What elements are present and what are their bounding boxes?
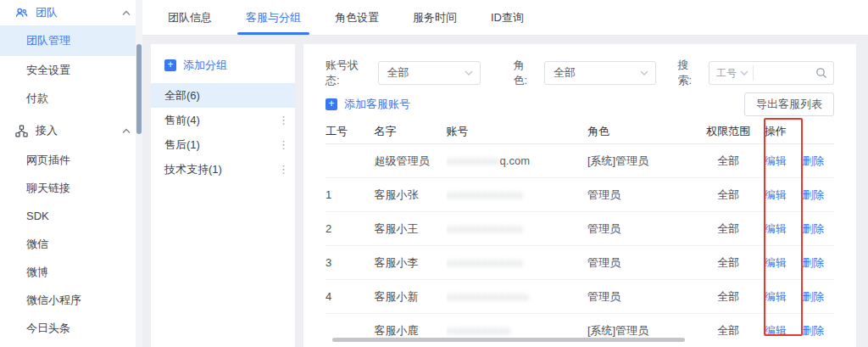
account-status-select[interactable]: 全部 — [378, 61, 481, 85]
cell-name: 客服小王 — [374, 221, 446, 237]
delete-link[interactable]: 删除 — [802, 188, 824, 201]
cell-role: 管理员 — [587, 221, 704, 237]
sidebar-item-label: 网页插件 — [26, 153, 70, 168]
tab[interactable]: ID查询 — [482, 0, 532, 35]
cell-name: 超级管理员 — [374, 154, 446, 169]
cell-name: 客服小鹿 — [374, 323, 446, 339]
sidebar-item[interactable]: 今日头条 — [0, 314, 142, 342]
add-account-label: 添加客服账号 — [344, 97, 410, 112]
cell-account: xxxxxxxxxxx — [447, 324, 587, 337]
account-tail-text: q.com — [500, 154, 530, 167]
search-icon[interactable] — [815, 67, 827, 79]
cell-agent-id: 4 — [326, 290, 374, 303]
sidebar-item-label: 安全设置 — [26, 63, 70, 78]
group-item-label: 售后(1) — [164, 137, 278, 153]
tab-label: ID查询 — [491, 10, 524, 25]
sidebar-item-label: 微博 — [26, 265, 48, 280]
sidebar-section-integrations[interactable]: 接入 — [0, 115, 142, 146]
sidebar-item[interactable]: 安全设置 — [0, 56, 142, 84]
cell-role: [系统]管理员 — [587, 323, 704, 339]
delete-link[interactable]: 删除 — [802, 324, 824, 337]
toolbar-row: 添加客服账号 导出客服列表 — [326, 92, 834, 116]
delete-link[interactable]: 删除 — [802, 154, 824, 167]
export-list-button[interactable]: 导出客服列表 — [744, 92, 834, 116]
chevron-up-icon[interactable] — [122, 10, 131, 16]
delete-link[interactable]: 删除 — [802, 222, 824, 235]
cell-scope: 全部 — [703, 154, 758, 169]
search-box: 工号 — [709, 61, 834, 85]
header-scope: 权限范围 — [703, 124, 758, 139]
edit-link[interactable]: 编辑 — [765, 256, 787, 269]
header-agent-id: 工号 — [326, 124, 374, 139]
delete-link[interactable]: 删除 — [802, 290, 824, 303]
group-item-label: 全部(6) — [164, 88, 278, 104]
sidebar-item[interactable]: 付款 — [0, 84, 142, 112]
sidebar-item[interactable]: 团队管理 — [0, 25, 142, 56]
sidebar-section-team[interactable]: 团队 — [0, 0, 142, 25]
cell-agent-id: 2 — [326, 222, 374, 235]
sidebar-item[interactable]: 聊天链接 — [0, 174, 142, 202]
group-item[interactable]: 售前(4) — [151, 108, 295, 132]
chevron-up-icon[interactable] — [122, 128, 131, 134]
sidebar-item[interactable]: 网页插件 — [0, 146, 142, 174]
edit-link[interactable]: 编辑 — [765, 290, 787, 303]
cell-scope: 全部 — [703, 289, 758, 305]
group-item[interactable]: 售后(1) — [151, 132, 295, 157]
kebab-menu-icon[interactable] — [278, 163, 287, 176]
main-panel: 账号状态: 全部 角色: 全部 搜索: 工号 — [303, 44, 856, 347]
plus-icon — [326, 98, 337, 110]
horizontal-scrollbar-thumb[interactable] — [332, 338, 685, 342]
cell-role: 管理员 — [587, 289, 704, 305]
edit-link[interactable]: 编辑 — [765, 222, 787, 235]
header-account: 账号 — [447, 124, 587, 139]
add-group-button[interactable]: 添加分组 — [151, 56, 295, 75]
table-row: 4 客服小新 xxxxxxxxxxxxxx 管理员 全部 编辑 删除 — [326, 280, 834, 314]
sidebar-item-label: 微信小程序 — [26, 293, 81, 308]
header-role: 角色 — [587, 124, 704, 139]
sidebar-item-label: 聊天链接 — [26, 181, 70, 196]
table-row: 客服小鹿 xxxxxxxxxxx [系统]管理员 全部 编辑 删除 — [326, 314, 834, 347]
filter-row: 账号状态: 全部 角色: 全部 搜索: 工号 — [326, 61, 834, 85]
group-item-label: 技术支持(1) — [164, 162, 278, 177]
sidebar-item[interactable]: 微信小程序 — [0, 286, 142, 314]
cell-account: xxxxxxxxxxxxx — [447, 222, 587, 235]
cell-role: 管理员 — [587, 255, 704, 271]
role-select[interactable]: 全部 — [544, 61, 656, 85]
sidebar: 团队 团队管理 安全设置 付款 接入 网页插件 — [0, 0, 142, 347]
kebab-menu-icon[interactable] — [278, 138, 287, 151]
cell-name: 客服小李 — [374, 255, 446, 271]
redacted-account-text: xxxxxxxxxxxxx — [447, 189, 524, 201]
delete-link[interactable]: 删除 — [802, 256, 824, 269]
sidebar-item-label: 今日头条 — [26, 321, 70, 336]
table-row: 超级管理员 xxxxxxxxxq.com [系统]管理员 全部 编辑 删除 — [326, 144, 834, 178]
search-input[interactable] — [754, 63, 815, 83]
tab[interactable]: 服务时间 — [404, 0, 465, 35]
table-row: 2 客服小王 xxxxxxxxxxxxx 管理员 全部 编辑 删除 — [326, 212, 834, 246]
tab-label: 客服与分组 — [246, 10, 301, 25]
role-value: 全部 — [554, 65, 635, 81]
redacted-account-text: xxxxxxxxxxxxxx — [447, 291, 530, 303]
sidebar-item[interactable]: 微博 — [0, 258, 142, 286]
group-item[interactable]: 全部(6) — [151, 83, 295, 108]
content-area: 添加分组 全部(6) 售前(4) 售后(1) 技术支 — [142, 36, 868, 347]
integrations-icon — [15, 125, 28, 137]
tab[interactable]: 客服与分组 — [237, 0, 309, 35]
redacted-account-text: xxxxxxxxxxxxx — [447, 257, 524, 269]
edit-link[interactable]: 编辑 — [765, 324, 787, 337]
chevron-down-icon — [740, 70, 748, 76]
search-field-value: 工号 — [716, 66, 737, 81]
redacted-account-text: xxxxxxxxxxx — [447, 325, 512, 337]
kebab-menu-icon[interactable] — [278, 114, 287, 126]
sidebar-item[interactable]: SDK — [0, 202, 142, 230]
search-field-select[interactable]: 工号 — [709, 65, 754, 81]
add-account-button[interactable]: 添加客服账号 — [326, 97, 410, 112]
group-item[interactable]: 技术支持(1) — [151, 157, 295, 182]
sidebar-item[interactable]: 微信 — [0, 230, 142, 258]
edit-link[interactable]: 编辑 — [765, 154, 787, 167]
tab[interactable]: 团队信息 — [159, 0, 220, 35]
edit-link[interactable]: 编辑 — [765, 188, 787, 201]
tab-label: 角色设置 — [335, 10, 379, 25]
sidebar-scrollbar-thumb[interactable] — [136, 44, 142, 134]
sidebar-item-label: 团队管理 — [26, 33, 70, 48]
tab[interactable]: 角色设置 — [326, 0, 387, 35]
